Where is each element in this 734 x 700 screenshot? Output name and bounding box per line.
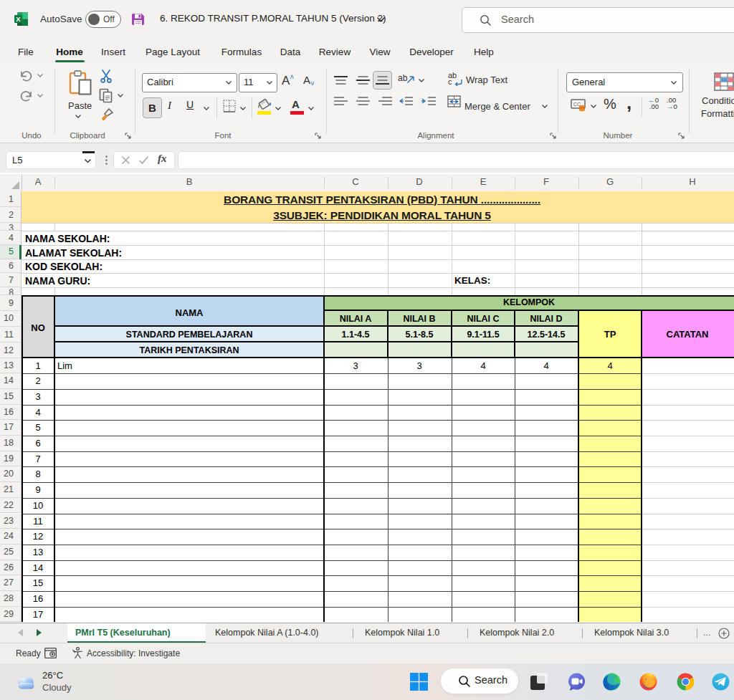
svg-text:X: X <box>16 15 21 23</box>
svg-text:CC: CC <box>573 102 581 107</box>
